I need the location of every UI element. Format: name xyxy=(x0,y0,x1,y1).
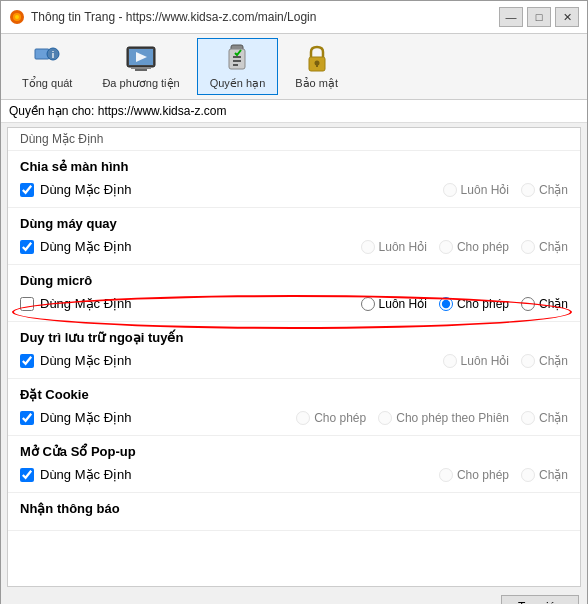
bao-mat-icon xyxy=(301,43,333,75)
section-dat-cookie: Đặt Cookie Dùng Mặc Định Cho phép Cho ph… xyxy=(8,379,580,436)
section-row-chia-se: Dùng Mặc Định Luôn Hỏi Chặn xyxy=(20,180,568,199)
section-duy-tri: Duy trì lưu trữ ngoại tuyến Dùng Mặc Địn… xyxy=(8,322,580,379)
radio-luon-hoi-may-quay: Luôn Hỏi xyxy=(361,240,427,254)
da-phuong-tien-icon xyxy=(125,43,157,75)
maximize-button[interactable]: □ xyxy=(527,7,551,27)
row-left-micro: Dùng Mặc Định xyxy=(20,296,131,311)
radio-luon-hoi-micro: Luôn Hỏi xyxy=(361,297,427,311)
section-chia-se-man-hinh: Chia sẻ màn hình Dùng Mặc Định Luôn Hỏi … xyxy=(8,151,580,208)
section-row-popup: Dùng Mặc Định Cho phép Chặn xyxy=(20,465,568,484)
radio-input-chan-micro[interactable] xyxy=(521,297,535,311)
checkbox-duy-tri[interactable] xyxy=(20,354,34,368)
radio-label-luon-hoi-micro: Luôn Hỏi xyxy=(379,297,427,311)
checkbox-micro[interactable] xyxy=(20,297,34,311)
svg-rect-18 xyxy=(316,63,318,67)
radio-input-luon-hoi-chia-se[interactable] xyxy=(443,183,457,197)
minimize-button[interactable]: — xyxy=(499,7,523,27)
radio-label-cho-phep-popup: Cho phép xyxy=(457,468,509,482)
radio-label-luon-hoi-chia-se: Luôn Hỏi xyxy=(461,183,509,197)
quyen-han-icon xyxy=(221,43,253,75)
partial-row: Dùng Mặc Định xyxy=(20,132,568,146)
window-title: Thông tin Trang - https://www.kidsa-z.co… xyxy=(31,10,316,24)
toolbar-btn-quyen-han[interactable]: Quyền hạn xyxy=(197,38,279,95)
checkbox-label-micro: Dùng Mặc Định xyxy=(40,296,131,311)
title-bar: Thông tin Trang - https://www.kidsa-z.co… xyxy=(1,1,587,34)
checkbox-label-cookie: Dùng Mặc Định xyxy=(40,410,131,425)
radio-chan-chia-se: Chặn xyxy=(521,183,568,197)
close-button[interactable]: ✕ xyxy=(555,7,579,27)
radio-input-chan-chia-se[interactable] xyxy=(521,183,535,197)
section-title-chia-se: Chia sẻ màn hình xyxy=(20,159,568,174)
toolbar-label-bao-mat: Bảo mật xyxy=(295,77,338,90)
section-thong-bao: Nhận thông báo xyxy=(8,493,580,531)
section-row-micro: Dùng Mặc Định Luôn Hỏi Cho phép Chặn xyxy=(20,294,568,313)
checkbox-may-quay[interactable] xyxy=(20,240,34,254)
radio-label-cho-phep-may-quay: Cho phép xyxy=(457,240,509,254)
radio-input-chan-cookie[interactable] xyxy=(521,411,535,425)
row-left-may-quay: Dùng Mặc Định xyxy=(20,239,131,254)
svg-rect-10 xyxy=(131,67,151,69)
radio-label-cho-phep-cookie: Cho phép xyxy=(314,411,366,425)
svg-point-2 xyxy=(15,15,19,19)
section-dung-may-quay: Dùng máy quay Dùng Mặc Định Luôn Hỏi Cho… xyxy=(8,208,580,265)
radio-label-chan-popup: Chặn xyxy=(539,468,568,482)
section-row-duy-tri: Dùng Mặc Định Luôn Hỏi Chặn xyxy=(20,351,568,370)
radio-label-luon-hoi-may-quay: Luôn Hỏi xyxy=(379,240,427,254)
radio-input-luon-hoi-duy-tri[interactable] xyxy=(443,354,457,368)
footer: Trợ giúp xyxy=(1,591,587,604)
toolbar-btn-tong-quat[interactable]: i Tổng quát xyxy=(9,38,85,95)
radio-group-cookie: Cho phép Cho phép theo Phiên Chặn xyxy=(296,411,568,425)
toolbar: i Tổng quát Đa phương tiện xyxy=(1,34,587,100)
section-row-cookie: Dùng Mặc Định Cho phép Cho phép theo Phi… xyxy=(20,408,568,427)
content-area[interactable]: Dùng Mặc Định Chia sẻ màn hình Dùng Mặc … xyxy=(7,127,581,587)
section-popup: Mở Cửa Sổ Pop-up Dùng Mặc Định Cho phép … xyxy=(8,436,580,493)
radio-input-cho-phep-popup[interactable] xyxy=(439,468,453,482)
radio-input-chan-duy-tri[interactable] xyxy=(521,354,535,368)
radio-luon-hoi-chia-se: Luôn Hỏi xyxy=(443,183,509,197)
radio-cho-phep-cookie: Cho phép xyxy=(296,411,366,425)
radio-cho-phep-micro: Cho phép xyxy=(439,297,509,311)
main-window: Thông tin Trang - https://www.kidsa-z.co… xyxy=(0,0,588,604)
toolbar-btn-bao-mat[interactable]: Bảo mật xyxy=(282,38,351,95)
radio-input-chan-popup[interactable] xyxy=(521,468,535,482)
radio-input-chan-may-quay[interactable] xyxy=(521,240,535,254)
row-left-duy-tri: Dùng Mặc Định xyxy=(20,353,131,368)
svg-rect-9 xyxy=(135,69,147,71)
toolbar-btn-da-phuong-tien[interactable]: Đa phương tiện xyxy=(89,38,192,95)
radio-input-luon-hoi-micro[interactable] xyxy=(361,297,375,311)
checkbox-cookie[interactable] xyxy=(20,411,34,425)
section-title-cookie: Đặt Cookie xyxy=(20,387,568,402)
toolbar-label-tong-quat: Tổng quát xyxy=(22,77,72,90)
row-left-cookie: Dùng Mặc Định xyxy=(20,410,131,425)
radio-label-chan-micro: Chặn xyxy=(539,297,568,311)
radio-input-cho-phep-phien-cookie[interactable] xyxy=(378,411,392,425)
radio-chan-micro: Chặn xyxy=(521,297,568,311)
radio-input-cho-phep-micro[interactable] xyxy=(439,297,453,311)
url-value: https://www.kidsa-z.com xyxy=(98,104,227,118)
radio-group-may-quay: Luôn Hỏi Cho phép Chặn xyxy=(361,240,568,254)
checkbox-chia-se[interactable] xyxy=(20,183,34,197)
radio-input-cho-phep-cookie[interactable] xyxy=(296,411,310,425)
radio-input-cho-phep-may-quay[interactable] xyxy=(439,240,453,254)
radio-label-cho-phep-phien-cookie: Cho phép theo Phiên xyxy=(396,411,509,425)
title-bar-left: Thông tin Trang - https://www.kidsa-z.co… xyxy=(9,9,316,25)
firefox-icon xyxy=(9,9,25,25)
radio-label-luon-hoi-duy-tri: Luôn Hỏi xyxy=(461,354,509,368)
help-button[interactable]: Trợ giúp xyxy=(501,595,579,604)
url-label: Quyền hạn cho: xyxy=(9,104,94,118)
radio-chan-may-quay: Chặn xyxy=(521,240,568,254)
checkbox-label-duy-tri: Dùng Mặc Định xyxy=(40,353,131,368)
checkbox-label-may-quay: Dùng Mặc Định xyxy=(40,239,131,254)
radio-input-luon-hoi-may-quay[interactable] xyxy=(361,240,375,254)
section-title-duy-tri: Duy trì lưu trữ ngoại tuyến xyxy=(20,330,568,345)
checkbox-popup[interactable] xyxy=(20,468,34,482)
tong-quat-icon: i xyxy=(31,43,63,75)
radio-chan-cookie: Chặn xyxy=(521,411,568,425)
radio-chan-duy-tri: Chặn xyxy=(521,354,568,368)
section-title-may-quay: Dùng máy quay xyxy=(20,216,568,231)
radio-luon-hoi-duy-tri: Luôn Hỏi xyxy=(443,354,509,368)
section-title-popup: Mở Cửa Sổ Pop-up xyxy=(20,444,568,459)
radio-group-popup: Cho phép Chặn xyxy=(439,468,568,482)
section-partial-top: Dùng Mặc Định xyxy=(8,128,580,151)
radio-cho-phep-popup: Cho phép xyxy=(439,468,509,482)
